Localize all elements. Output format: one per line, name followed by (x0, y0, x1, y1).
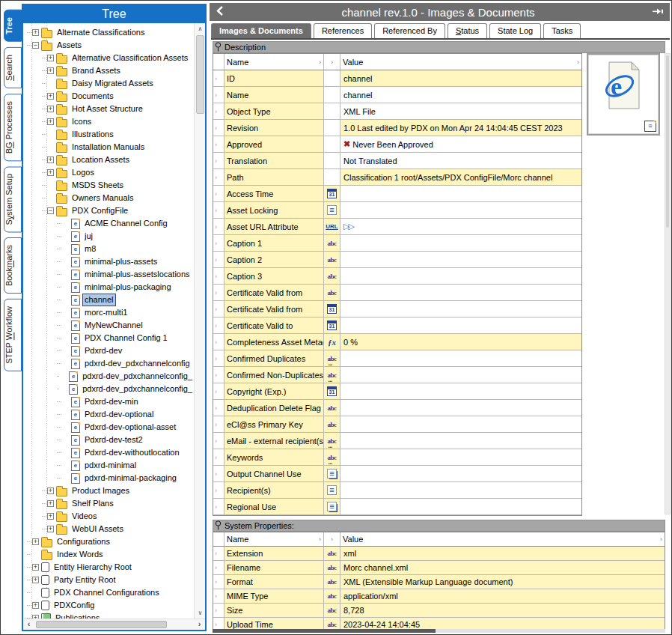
tree-expander-icon[interactable]: + (47, 67, 54, 74)
tree-item-label[interactable]: pdxrd-dev_pdxchannelconfig (83, 358, 192, 369)
scroll-left-icon[interactable]: ‹ (23, 619, 34, 630)
tree-item-label[interactable]: PDXConfig (52, 600, 96, 611)
row-expand-cell[interactable]: › (213, 103, 224, 120)
tree-expander-icon[interactable]: + (47, 487, 54, 494)
tree-expander-icon[interactable]: + (32, 577, 39, 583)
attribute-value-cell[interactable] (340, 482, 581, 499)
scroll-up-icon[interactable]: ∧ (195, 23, 205, 34)
tree-item-label[interactable]: Shelf Plans (70, 498, 115, 509)
row-expand-icon[interactable]: › (213, 157, 217, 165)
tree-item-label[interactable]: Product Images (70, 485, 131, 496)
row-expand-icon[interactable]: › (213, 404, 217, 412)
tree-item-label[interactable]: Documents (70, 91, 115, 102)
double-arrow-icon[interactable]: ▷▷ (343, 222, 355, 231)
tree-item-label[interactable]: Alternate Classifications (55, 27, 146, 38)
back-icon[interactable] (210, 5, 229, 19)
row-expand-icon[interactable]: › (213, 108, 217, 115)
attribute-value-cell[interactable] (340, 235, 581, 252)
row-expand-cell[interactable]: › (213, 87, 224, 103)
tree-item-label[interactable]: Assets (55, 40, 83, 51)
content-hscroll-thumb[interactable] (213, 629, 436, 633)
tree-item-label[interactable]: pdxrd-dev_pdxchannelconfig_ (81, 371, 194, 382)
tree-expander-icon[interactable]: + (47, 513, 54, 520)
tree-item-label[interactable]: Installation Manuals (70, 142, 146, 153)
row-expand-cell[interactable]: › (213, 433, 224, 449)
tree-item-label[interactable]: pdxrd-dev_pdxchannelconfig_ (81, 383, 194, 395)
row-expand-cell[interactable]: › (213, 318, 224, 334)
row-expand-icon[interactable]: › (213, 306, 217, 313)
attribute-value-cell[interactable]: ▷▷ (340, 219, 581, 235)
tree-expander-icon[interactable]: + (32, 602, 39, 609)
column-header-value[interactable]: Value› (340, 532, 665, 547)
tree-item-label[interactable]: minimal-plus-assets (83, 256, 159, 267)
tree-expander-icon[interactable]: + (32, 564, 39, 571)
tab-references[interactable]: References (314, 23, 372, 38)
row-expand-icon[interactable]: › (213, 355, 217, 362)
row-expand-cell[interactable]: › (213, 235, 224, 252)
tree-expander-icon[interactable]: + (47, 55, 54, 61)
column-header-name[interactable]: Name› (224, 54, 324, 70)
row-expand-icon[interactable]: › (213, 388, 217, 395)
row-expand-icon[interactable]: › (213, 437, 217, 445)
column-header-type[interactable]: › (324, 54, 340, 70)
attribute-value-cell[interactable] (340, 350, 581, 367)
tab-tasks[interactable]: Tasks (543, 23, 581, 38)
sidebar-tab-bookmarks[interactable]: Bookmarks (4, 237, 22, 294)
row-expand-icon[interactable]: › (213, 550, 217, 557)
row-expand-icon[interactable]: › (213, 621, 217, 628)
row-expand-icon[interactable]: › (213, 322, 217, 329)
row-expand-icon[interactable]: › (213, 256, 217, 264)
row-expand-cell[interactable]: › (213, 367, 224, 383)
tree-item-label[interactable]: Entity Hierarchy Root (52, 562, 133, 573)
row-expand-cell[interactable]: › (213, 120, 224, 136)
content-vertical-scrollbar[interactable] (665, 53, 671, 514)
attribute-value-cell[interactable] (340, 268, 581, 285)
attribute-value-cell[interactable] (340, 449, 581, 466)
attribute-value-cell[interactable] (340, 416, 581, 433)
tree-expander-icon[interactable]: − (32, 42, 39, 49)
sidebar-tab-bg-processes[interactable]: BG Processes (4, 94, 22, 161)
tree-item-label[interactable]: MSDS Sheets (70, 180, 125, 191)
tree-expander-icon[interactable]: + (47, 157, 54, 163)
tree-item-label[interactable]: Location Assets (70, 154, 131, 165)
content-vscroll-thumb[interactable] (666, 55, 669, 228)
attribute-value-cell[interactable] (340, 499, 581, 515)
row-expand-icon[interactable]: › (213, 240, 217, 247)
tree-item-label[interactable]: Pdxrd-dev-test2 (83, 434, 144, 446)
section-pin-icon[interactable] (215, 520, 222, 532)
attribute-value-cell[interactable]: ✖Never Been Approved (340, 136, 581, 153)
row-expand-icon[interactable]: › (213, 223, 217, 231)
tree-item-label[interactable]: minimal-plus-packaging (83, 282, 173, 293)
column-header-name[interactable]: Name› (224, 532, 324, 547)
row-expand-cell[interactable]: › (213, 285, 224, 301)
row-expand-icon[interactable]: › (213, 421, 217, 428)
row-expand-cell[interactable]: › (213, 350, 224, 367)
tree-item-label[interactable]: PDX Channel Configurations (52, 587, 161, 598)
attribute-value-cell[interactable] (340, 466, 581, 482)
row-expand-icon[interactable]: › (213, 470, 217, 478)
row-expand-cell[interactable]: › (213, 334, 224, 350)
row-expand-cell[interactable]: › (213, 561, 224, 575)
tree-item-label[interactable]: Videos (70, 511, 98, 522)
row-expand-cell[interactable]: › (213, 604, 224, 618)
tree-item-label[interactable]: Pdxrd-dev-withoutlocation (83, 447, 181, 458)
tab-status[interactable]: Status (448, 23, 487, 38)
row-expand-cell[interactable]: › (213, 416, 224, 433)
attribute-value-cell[interactable] (340, 318, 581, 334)
row-expand-cell[interactable]: › (213, 186, 224, 202)
tree-item-label[interactable]: Icons (70, 116, 93, 127)
row-expand-cell[interactable]: › (213, 499, 224, 515)
attribute-value-cell[interactable]: XML File (340, 103, 581, 120)
tree-expander-icon[interactable]: + (47, 106, 54, 112)
tree-expander-icon[interactable]: + (32, 538, 39, 545)
row-expand-icon[interactable]: › (213, 174, 217, 181)
row-expand-icon[interactable]: › (213, 91, 217, 99)
tree-hscroll-thumb[interactable] (36, 621, 167, 628)
tree-item-label[interactable]: WebUI Assets (70, 523, 125, 535)
tree-item-label[interactable]: pdxrd-minimal-packaging (83, 473, 178, 484)
attribute-value-cell[interactable] (340, 383, 581, 400)
tree-item-label[interactable]: Party Entity Root (52, 574, 117, 586)
tree-item-label[interactable]: juj (83, 231, 94, 242)
tree-horizontal-scrollbar[interactable]: ‹ › (23, 619, 205, 630)
row-expand-cell[interactable]: › (213, 252, 224, 268)
